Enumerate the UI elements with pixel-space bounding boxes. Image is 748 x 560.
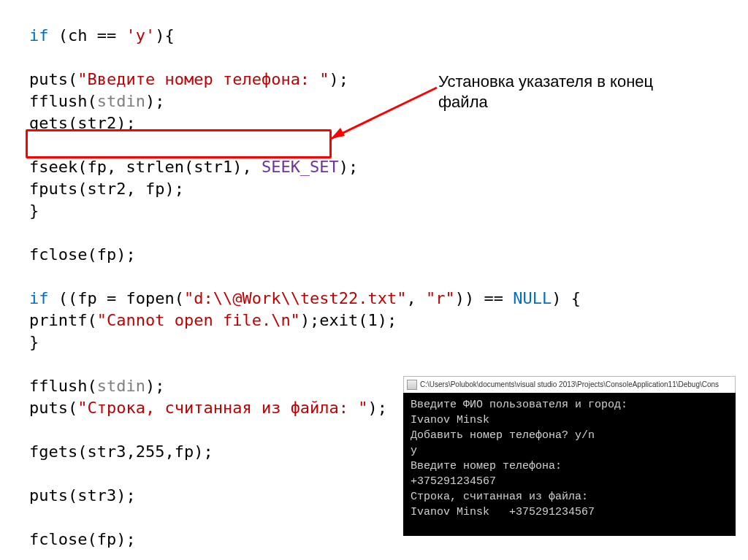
console-line: Введите номер телефона: bbox=[411, 460, 562, 472]
highlight-box bbox=[26, 129, 332, 158]
console-output: Введите ФИО пользователя и город: Ivanov… bbox=[403, 393, 736, 536]
console-line: Ivanov Minsk +375291234567 bbox=[411, 506, 595, 518]
console-line: Введите ФИО пользователя и город: bbox=[411, 399, 627, 411]
svg-marker-1 bbox=[331, 128, 345, 139]
annotation-text: Установка указателя в конец файла bbox=[438, 72, 653, 112]
console-title-text: C:\Users\Polubok\documents\visual studio… bbox=[420, 377, 719, 393]
svg-line-0 bbox=[331, 88, 437, 139]
console-titlebar: C:\Users\Polubok\documents\visual studio… bbox=[403, 376, 736, 393]
console-line: Добавить номер телефона? y/n bbox=[411, 429, 595, 442]
console-window: C:\Users\Polubok\documents\visual studio… bbox=[403, 376, 736, 536]
arrow-icon bbox=[327, 80, 444, 146]
console-line: y bbox=[411, 445, 417, 457]
console-line: Ivanov Minsk bbox=[411, 414, 489, 426]
console-line: +375291234567 bbox=[411, 475, 496, 488]
console-line: Строка, считанная из файла: bbox=[411, 491, 588, 503]
app-icon bbox=[407, 380, 417, 390]
